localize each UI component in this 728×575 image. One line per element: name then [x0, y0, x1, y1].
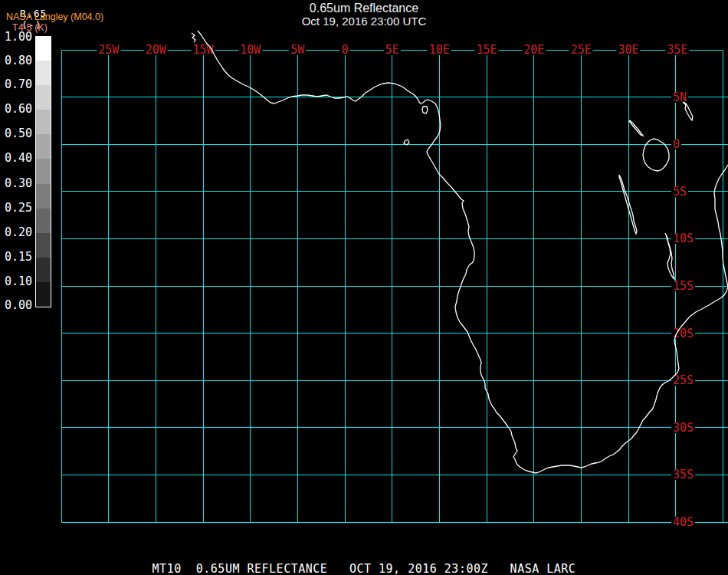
colorbar-tick-label: 0.60: [0, 104, 32, 114]
colorbar-tick-label: 0.15: [0, 251, 32, 262]
lon-label: 10E: [428, 44, 451, 55]
lat-label: 35S: [671, 469, 695, 480]
colorbar-segment: [36, 134, 51, 159]
t4-5-label: T4-5 (K): [12, 23, 48, 33]
colorbar-tick-label: 0.25: [0, 202, 32, 213]
coastline-overlay: [0, 0, 728, 575]
lat-label: 10S: [671, 233, 695, 244]
lon-label: 25W: [97, 44, 120, 55]
coastline-path: [683, 102, 693, 120]
lat-label: 15S: [671, 281, 695, 291]
coastline-path: [619, 175, 637, 234]
colorbar-segment: [36, 209, 51, 233]
lon-label: 25E: [569, 44, 593, 55]
colorbar-segment: [36, 184, 51, 209]
coastline-path: [404, 140, 409, 145]
lat-label: 40S: [671, 517, 695, 527]
lat-label: 5N: [671, 92, 688, 103]
coastline-path: [422, 107, 428, 113]
plot-title: 0.65um Reflectance: [0, 2, 728, 15]
colorbar-segment: [36, 282, 51, 307]
colorbar-segment: [36, 85, 51, 110]
lat-label: 30S: [671, 422, 695, 433]
plot-title-block: 0.65um Reflectance Oct 19, 2016 23:00 UT…: [0, 2, 728, 28]
colorbar-tick-label: 0.80: [0, 55, 32, 66]
colorbar-segment: [36, 61, 51, 85]
colorbar-tick-label: 0.50: [0, 128, 32, 139]
colorbar-segment: [36, 258, 51, 282]
lat-label: 0: [671, 139, 681, 150]
colorbar-tick-label: 1.00: [0, 31, 32, 42]
lon-label: 35E: [665, 44, 689, 55]
colorbar-segment: [36, 159, 51, 184]
lon-label: 20E: [522, 44, 546, 55]
lat-lon-grid: [0, 0, 728, 575]
lon-label: 30E: [616, 44, 640, 55]
colorbar-tick-label: 0.30: [0, 178, 32, 189]
coastline-path: [629, 120, 643, 136]
colorbar-tick-label: 0.70: [0, 79, 32, 90]
colorbar-tick-label: 0.10: [0, 276, 32, 287]
lat-label: 5S: [671, 186, 688, 197]
colorbar-tick-label: 0.00: [0, 300, 32, 310]
lon-label: 15W: [191, 44, 215, 55]
colorbar-segment: [36, 233, 51, 258]
coastline-path: [643, 139, 669, 171]
lon-label: 20W: [144, 44, 168, 55]
coastline-path: [192, 33, 195, 42]
lon-label: 5W: [289, 44, 306, 55]
lon-label: 10W: [238, 44, 262, 55]
colorbar-tick-label: 0.40: [0, 153, 32, 163]
lon-label: 5E: [384, 44, 401, 55]
colorbar-segment: [36, 110, 51, 134]
reflectance-colorbar: [35, 36, 51, 307]
lon-label: 0: [339, 44, 349, 55]
satellite-map-viewer: 0.65um Reflectance Oct 19, 2016 23:00 UT…: [0, 0, 728, 575]
coastline-path: [198, 31, 728, 473]
colorbar-segment: [36, 37, 51, 61]
lon-label: 15E: [474, 44, 498, 55]
footer-status-bar: MT10 0.65UM REFLECTANCE OCT 19, 2016 23:…: [0, 562, 728, 575]
lat-label: 20S: [671, 328, 695, 339]
lat-label: 25S: [671, 375, 695, 386]
plot-subtitle-date: Oct 19, 2016 23:00 UTC: [0, 15, 728, 28]
colorbar-tick-label: 0.20: [0, 227, 32, 238]
